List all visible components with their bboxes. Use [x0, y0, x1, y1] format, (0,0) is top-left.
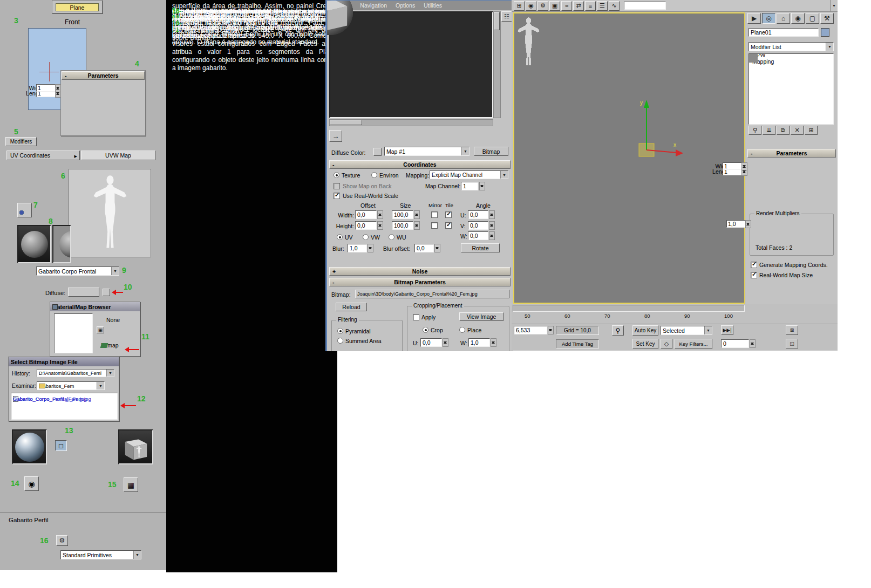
add-time-tag[interactable]: Add Time Tag: [556, 339, 599, 348]
parameters-rollout-header[interactable]: - Parameters: [62, 71, 145, 80]
reload-button[interactable]: Reload: [336, 303, 367, 311]
crop-radio[interactable]: [423, 327, 428, 333]
utilities-tab-icon[interactable]: ⚒: [820, 13, 834, 24]
tile-u-checkbox[interactable]: [445, 211, 452, 218]
parameters-rollout-header[interactable]: - Parameters: [747, 149, 836, 158]
min-max-toggle-icon[interactable]: ◱: [786, 339, 798, 348]
perspective-viewport[interactable]: y x: [513, 12, 745, 304]
material-slot-gabarito[interactable]: [12, 429, 47, 464]
timeline-tick-label[interactable]: 60: [564, 313, 570, 319]
generate-mapping-coords-checkbox[interactable]: [751, 262, 757, 268]
environ-radio[interactable]: [371, 172, 377, 178]
key-filters-button[interactable]: Key Filters...: [675, 339, 712, 349]
map-type-button[interactable]: Bitmap: [474, 147, 508, 156]
go-forward-to-sibling-icon[interactable]: →: [329, 130, 342, 142]
uvw-map-button[interactable]: UVW Map: [81, 151, 155, 160]
material-name-dropdown[interactable]: Gabarito Corpo Frontal: [36, 266, 119, 276]
render-icon[interactable]: ▣: [549, 1, 560, 11]
history-dropdown[interactable]: D:\Anatomia\Gabaritos_Femi: [37, 369, 114, 377]
curve-editor-icon[interactable]: ∿: [609, 1, 620, 11]
uv-coordinates-button[interactable]: UV Coordinates: [6, 151, 80, 160]
timeline-tick-label[interactable]: 90: [684, 313, 690, 319]
spinner[interactable]: [414, 210, 420, 219]
systems-icon[interactable]: ⚙: [56, 535, 68, 546]
crop-u-field[interactable]: 0,0: [420, 338, 442, 347]
tile-v-checkbox[interactable]: [445, 222, 452, 229]
blur-field[interactable]: 1,0: [348, 244, 367, 252]
show-map-on-back-checkbox[interactable]: [334, 183, 340, 189]
mirror-v-checkbox[interactable]: [431, 222, 438, 229]
dropdown-arrow-icon[interactable]: [111, 267, 119, 275]
width-offset-field[interactable]: 0,0: [355, 210, 377, 219]
view-large-icons-icon[interactable]: ▣: [97, 326, 104, 333]
track-bar[interactable]: [513, 305, 745, 312]
dropdown-arrow-icon[interactable]: [461, 147, 469, 155]
spinner[interactable]: [368, 244, 373, 252]
remove-modifier-icon[interactable]: ✕: [791, 126, 804, 135]
spinner[interactable]: [377, 210, 383, 219]
timeline-tick-label[interactable]: 80: [644, 313, 650, 319]
spinner[interactable]: [489, 231, 495, 240]
standard-primitives-dropdown[interactable]: Standard Primitives: [60, 550, 141, 559]
slots-vertical-scrollbar[interactable]: [493, 11, 501, 118]
scrollbar-thumb[interactable]: [330, 120, 362, 125]
bitmap-path-button[interactable]: Joaquin\3D\body\Gabarito_Corpo_Frontal%2…: [355, 290, 509, 298]
auto-key-button[interactable]: Auto Key: [632, 325, 658, 336]
spinner[interactable]: [414, 221, 420, 230]
current-frame-field[interactable]: 0: [721, 339, 749, 348]
menu-navigation[interactable]: Navigation: [360, 2, 387, 9]
spinner[interactable]: [434, 244, 440, 252]
schematic-view-icon[interactable]: ⊞: [514, 1, 525, 11]
set-key-mode-icon[interactable]: ⚲: [612, 325, 624, 336]
timeline-tick-label[interactable]: 50: [525, 313, 530, 319]
height-offset-field[interactable]: 0,0: [355, 221, 377, 230]
material-slot-empty[interactable]: [17, 225, 51, 263]
align-icon[interactable]: ≡: [585, 1, 596, 11]
dialog-titlebar[interactable]: Select Bitmap Image File: [9, 357, 119, 366]
coordinate-display-field[interactable]: 6,533: [514, 326, 547, 334]
spinner[interactable]: [479, 182, 485, 190]
w-angle-field[interactable]: 0,0: [468, 231, 488, 240]
modifier-list-dropdown[interactable]: Modifier List: [748, 42, 834, 51]
coordinates-rollout-header[interactable]: - Coordinates: [329, 160, 511, 169]
render-setup-icon[interactable]: ⚙: [537, 1, 548, 11]
diffuse-color-swatch-button[interactable]: [68, 288, 99, 297]
set-key-button[interactable]: Set Key: [632, 339, 658, 349]
crop-w-field[interactable]: 1,0: [468, 338, 490, 347]
cube-sample-slot[interactable]: [118, 429, 153, 464]
wu-radio[interactable]: [389, 234, 394, 240]
scrollbar-thumb[interactable]: [494, 12, 500, 30]
modify-tab-icon[interactable]: ◎: [762, 13, 775, 24]
sample-type-cube-active-icon[interactable]: ◻: [55, 440, 67, 451]
zoom-region-icon[interactable]: ⊠: [786, 325, 798, 335]
go-to-end-icon[interactable]: ▶▶|: [721, 325, 733, 335]
spinner[interactable]: [491, 338, 496, 347]
modifier-stack-item[interactable]: Plane: [749, 54, 758, 63]
display-tab-icon[interactable]: ▢: [806, 13, 819, 24]
modifiers-tab[interactable]: Modifiers: [5, 137, 37, 146]
timeline-tick-label[interactable]: 100: [724, 313, 733, 319]
bitmap-parameters-rollout-header[interactable]: - Bitmap Parameters: [329, 278, 511, 286]
place-radio[interactable]: [459, 327, 465, 333]
summed-area-radio[interactable]: [337, 338, 343, 344]
map-channel-field[interactable]: 1: [461, 182, 478, 190]
v-angle-field[interactable]: 0,0: [468, 221, 488, 230]
dropdown-arrow-icon[interactable]: [500, 171, 508, 179]
spinner[interactable]: [489, 210, 495, 219]
motion-tab-icon[interactable]: ◉: [791, 13, 805, 24]
height-size-field[interactable]: 100,0: [392, 221, 413, 230]
texture-radio[interactable]: [334, 172, 339, 178]
dropdown-arrow-icon[interactable]: [826, 43, 833, 51]
menu-utilities[interactable]: Utilities: [424, 2, 442, 9]
timeline-tick-label[interactable]: 70: [604, 313, 610, 319]
selection-set-dropdown[interactable]: Selected: [661, 326, 712, 335]
browser-bitmap-entry[interactable]: Bitmap: [101, 342, 119, 348]
spinner[interactable]: [745, 220, 751, 228]
use-real-world-scale-checkbox[interactable]: [334, 193, 340, 199]
mirror-u-checkbox[interactable]: [431, 211, 438, 218]
material-editor-icon[interactable]: [17, 203, 32, 217]
layer-manager-icon[interactable]: ☰: [597, 1, 608, 11]
spinner[interactable]: [741, 162, 747, 170]
spinner[interactable]: [377, 221, 383, 230]
menu-options[interactable]: Options: [396, 2, 415, 9]
